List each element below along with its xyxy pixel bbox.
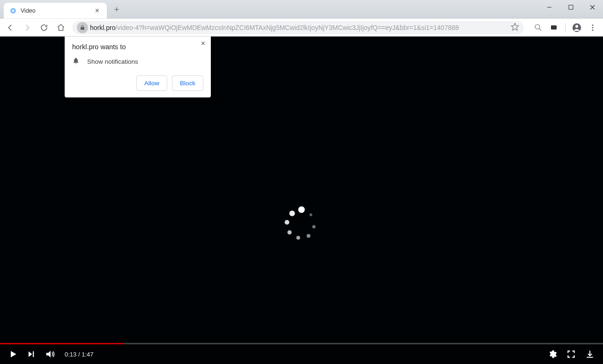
svg-point-15 — [592, 27, 594, 28]
url-text: horkl.pro/video-4?h=waWQiOjEwMDEwMzcsInN… — [90, 24, 459, 31]
site-info-button[interactable] — [77, 22, 88, 33]
zoom-icon[interactable] — [530, 20, 545, 35]
svg-point-9 — [535, 24, 540, 29]
loading-spinner-icon — [301, 224, 302, 224]
maximize-button[interactable] — [560, 0, 581, 14]
allow-button[interactable]: Allow — [136, 75, 167, 91]
svg-marker-18 — [29, 351, 32, 357]
permission-close-button[interactable]: × — [199, 38, 207, 49]
browser-toolbar: horkl.pro/video-4?h=waWQiOjEwMDEwMzcsInN… — [0, 19, 603, 37]
browser-tab[interactable]: Video × — [4, 3, 107, 19]
next-button[interactable] — [27, 350, 36, 358]
permission-actions: Allow Block — [72, 75, 203, 91]
video-controls: 0:13 / 1:47 — [0, 344, 603, 364]
permission-title: horkl.pro wants to — [72, 43, 203, 51]
svg-rect-11 — [551, 25, 557, 30]
toolbar-right — [530, 20, 600, 35]
svg-point-16 — [592, 29, 594, 30]
bookmark-button[interactable] — [511, 22, 519, 33]
tab-strip: Video × — [0, 0, 124, 19]
svg-marker-20 — [46, 351, 51, 358]
new-tab-button[interactable] — [110, 2, 124, 16]
close-tab-icon[interactable]: × — [93, 7, 101, 15]
tab-title: Video — [21, 7, 93, 14]
reload-button[interactable] — [37, 20, 52, 35]
svg-point-13 — [575, 25, 578, 28]
video-time-display: 0:13 / 1:47 — [65, 351, 93, 358]
duration: 1:47 — [82, 351, 93, 358]
toolbar-separator — [565, 23, 566, 32]
main-menu-button[interactable] — [585, 20, 600, 35]
profile-button[interactable] — [569, 20, 584, 35]
settings-button[interactable] — [548, 349, 557, 359]
permission-popup: × horkl.pro wants to Show notifications … — [65, 37, 211, 97]
volume-button[interactable] — [45, 349, 55, 359]
minimize-button[interactable] — [538, 0, 560, 14]
url-host: horkl.pro — [90, 24, 115, 31]
svg-point-14 — [592, 24, 594, 26]
bell-icon — [72, 57, 80, 66]
block-button[interactable]: Block — [172, 75, 203, 91]
svg-marker-8 — [512, 23, 519, 30]
svg-rect-5 — [569, 5, 573, 9]
url-path: /video-4?h=waWQiOjEwMDEwMzcsInNpZCI6MTAx… — [115, 24, 459, 31]
title-bar: Video × — [0, 0, 603, 19]
download-button[interactable] — [585, 349, 595, 359]
fullscreen-button[interactable] — [566, 349, 576, 359]
svg-line-10 — [539, 29, 541, 30]
window-controls — [538, 0, 603, 14]
play-button[interactable] — [8, 349, 18, 359]
permission-request-text: Show notifications — [87, 58, 138, 65]
back-button[interactable] — [3, 20, 18, 35]
favicon-icon — [9, 7, 17, 15]
svg-marker-17 — [11, 351, 16, 357]
svg-point-1 — [12, 9, 15, 12]
time-separator: / — [76, 351, 82, 358]
current-time: 0:13 — [65, 351, 76, 358]
address-bar[interactable]: horkl.pro/video-4?h=waWQiOjEwMDEwMzcsInN… — [72, 21, 524, 34]
permission-request-row: Show notifications — [72, 57, 203, 66]
forward-button[interactable] — [20, 20, 35, 35]
page-content: × horkl.pro wants to Show notifications … — [0, 37, 603, 364]
svg-rect-19 — [33, 351, 34, 357]
home-button[interactable] — [53, 20, 68, 35]
extension-icon[interactable] — [546, 20, 561, 35]
window-close-button[interactable] — [581, 0, 603, 14]
